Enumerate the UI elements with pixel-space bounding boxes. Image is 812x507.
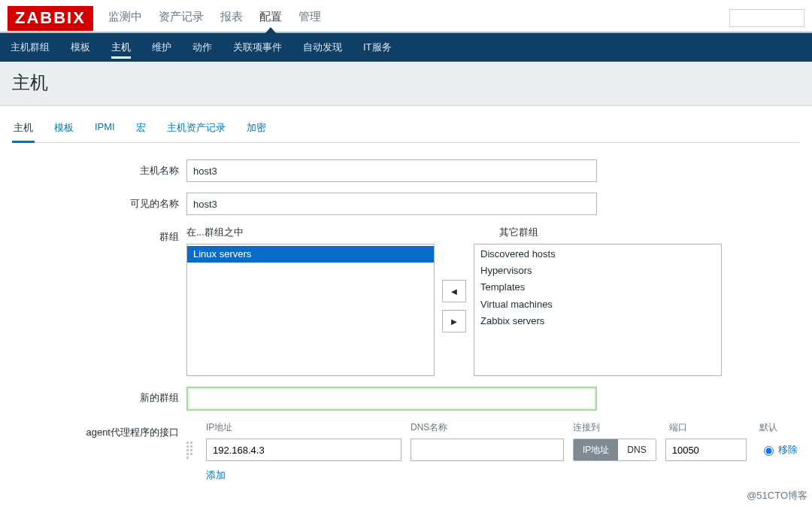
other-group-option[interactable]: Zabbix servers	[474, 313, 721, 329]
subnav-itservices[interactable]: IT服务	[363, 33, 392, 62]
host-tabs: 主机 模板 IPMI 宏 主机资产记录 加密	[12, 117, 800, 143]
connect-to-toggle: IP地址 DNS	[573, 439, 656, 461]
main-nav: 监测中 资产记录 报表 配置 管理	[108, 5, 321, 32]
iface-header-dns: DNS名称	[411, 421, 573, 434]
nav-reports[interactable]: 报表	[220, 5, 243, 32]
iface-header-connect: 连接到	[573, 421, 669, 434]
move-left-button[interactable]: ◄	[442, 280, 466, 302]
visible-name-input[interactable]	[186, 193, 597, 215]
new-group-label: 新的群组	[12, 387, 186, 405]
page-body: 主机 模板 IPMI 宏 主机资产记录 加密 主机名称 可见的名称 群组 在..…	[0, 106, 812, 482]
connect-ip-button[interactable]: IP地址	[574, 439, 618, 460]
in-groups-heading: 在...群组之中	[186, 226, 435, 239]
groups-label: 群组	[12, 226, 186, 244]
triangle-left-icon: ◄	[450, 286, 459, 297]
iface-header-default: 默认	[759, 421, 777, 434]
other-group-option[interactable]: Hypervisors	[474, 263, 721, 279]
nav-administration[interactable]: 管理	[298, 5, 321, 32]
interface-port-input[interactable]	[665, 439, 747, 461]
other-group-option[interactable]: Virtual machines	[474, 296, 721, 313]
host-form: 主机名称 可见的名称 群组 在...群组之中 其它群组 Linux server…	[12, 159, 800, 482]
subnav-discovery[interactable]: 自动发现	[303, 33, 342, 62]
interface-add-link[interactable]: 添加	[186, 469, 226, 482]
agent-interfaces-label: agent代理程序的接口	[12, 421, 186, 439]
page-title: 主机	[12, 71, 800, 95]
interface-dns-input[interactable]	[411, 439, 564, 461]
move-right-button[interactable]: ►	[442, 310, 466, 332]
other-group-option[interactable]: Discovered hosts	[474, 246, 721, 263]
in-groups-listbox[interactable]: Linux servers	[186, 244, 435, 376]
host-name-input[interactable]	[186, 159, 597, 182]
subnav-templates[interactable]: 模板	[71, 33, 90, 62]
interface-row: IP地址 DNS 移除	[186, 439, 800, 461]
visible-name-label: 可见的名称	[12, 193, 186, 211]
interface-ip-input[interactable]	[206, 439, 401, 461]
other-groups-listbox[interactable]: Discovered hosts Hypervisors Templates V…	[474, 244, 722, 376]
subnav-hosts[interactable]: 主机	[111, 33, 131, 62]
interface-remove-link[interactable]: 移除	[778, 443, 798, 457]
subnav-maintenance[interactable]: 维护	[152, 33, 171, 62]
global-search-input[interactable]	[729, 9, 804, 27]
nav-inventory[interactable]: 资产记录	[159, 5, 204, 32]
subnav-actions[interactable]: 动作	[192, 33, 212, 62]
logo: ZABBIX	[8, 6, 93, 31]
new-group-input[interactable]	[186, 387, 597, 411]
subnav-hostgroups[interactable]: 主机群组	[11, 33, 50, 62]
tab-ipmi[interactable]: IPMI	[93, 117, 117, 142]
interface-default-radio[interactable]	[764, 446, 774, 456]
iface-header-port: 端口	[669, 421, 759, 434]
tab-macros[interactable]: 宏	[135, 117, 147, 142]
tab-templates[interactable]: 模板	[53, 117, 75, 142]
sub-nav: 主机群组 模板 主机 维护 动作 关联项事件 自动发现 IT服务	[0, 33, 812, 62]
tab-encryption[interactable]: 加密	[245, 117, 268, 142]
tab-host[interactable]: 主机	[12, 117, 35, 142]
drag-handle-icon[interactable]	[186, 442, 200, 459]
connect-dns-button[interactable]: DNS	[618, 439, 655, 460]
other-groups-heading: 其它群组	[499, 226, 538, 239]
iface-header-ip: IP地址	[206, 421, 411, 434]
other-group-option[interactable]: Templates	[474, 279, 721, 296]
nav-configuration[interactable]: 配置	[259, 5, 282, 32]
top-bar: ZABBIX 监测中 资产记录 报表 配置 管理	[0, 0, 812, 33]
watermark: @51CTO博客	[747, 489, 807, 493]
triangle-right-icon: ►	[450, 316, 459, 327]
nav-monitoring[interactable]: 监测中	[108, 5, 142, 32]
page-header: 主机	[0, 62, 812, 106]
in-group-option[interactable]: Linux servers	[187, 246, 434, 263]
subnav-correlation[interactable]: 关联项事件	[233, 33, 282, 62]
host-name-label: 主机名称	[12, 159, 186, 178]
tab-inventory[interactable]: 主机资产记录	[165, 117, 227, 142]
interface-headers: IP地址 DNS名称 连接到 端口 默认	[186, 421, 800, 434]
